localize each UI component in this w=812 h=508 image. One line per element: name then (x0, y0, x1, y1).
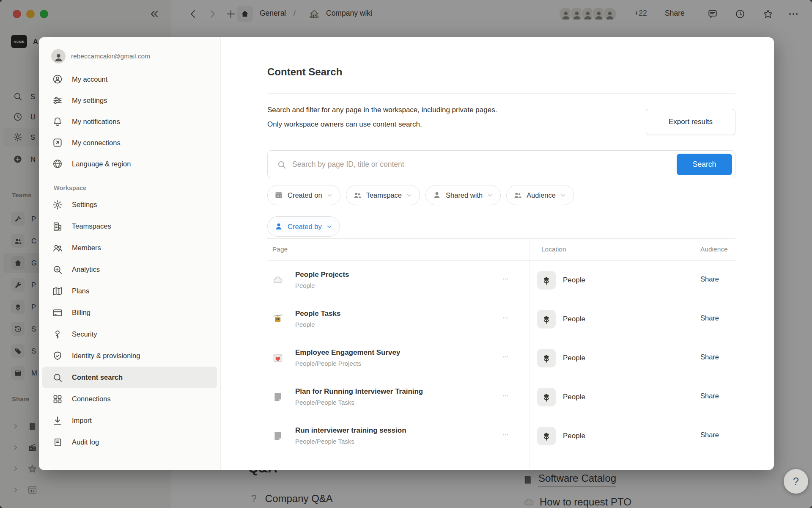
filter-chip-label: Shared with (446, 191, 483, 199)
export-results-button[interactable]: Export results (646, 109, 735, 135)
table-row[interactable]: Employee Engagement SurveyPeople/People … (267, 339, 735, 378)
settings-nav-my-connections[interactable]: My connections (42, 132, 217, 153)
settings-nav-identity-provisioning[interactable]: Identity & provisioning (42, 345, 217, 367)
search-bar: Search (267, 150, 735, 178)
row-more-icon[interactable] (498, 433, 513, 439)
filter-chip-created-on[interactable]: Created on (267, 185, 340, 205)
filter-chip-label: Teamspace (366, 191, 402, 199)
settings-nav-content-search[interactable]: Content search (42, 367, 217, 388)
teamspace-flower-badge (537, 388, 556, 406)
page-title: Run interviewer training session (295, 425, 490, 436)
search-input[interactable] (292, 151, 673, 177)
search-button[interactable]: Search (677, 154, 732, 175)
page-title: People Tasks (295, 308, 490, 319)
page-title: Employee Engagement Survey (295, 347, 490, 358)
settings-nav-plans[interactable]: Plans (42, 280, 217, 302)
settings-nav-my-account[interactable]: My account (42, 69, 217, 90)
audience-cell: Share (700, 275, 735, 283)
workspace-section-label: Workspace (54, 185, 220, 191)
location-label: People (563, 354, 585, 362)
settings-nav-label: Identity & provisioning (72, 352, 140, 360)
page-title: Content Search (267, 66, 735, 78)
bell-icon (52, 116, 63, 127)
flower-icon (541, 275, 552, 286)
settings-nav-analytics[interactable]: Analytics (42, 259, 217, 280)
user-avatar (51, 49, 66, 64)
settings-nav-label: My account (72, 75, 107, 83)
settings-nav-teamspaces[interactable]: Teamspaces (42, 215, 217, 237)
flower-icon (541, 314, 552, 325)
help-button[interactable]: ? (784, 469, 808, 494)
filter-chip-created-by[interactable]: Created by (267, 216, 340, 237)
teamspace-flower-badge (537, 310, 556, 329)
settings-nav-language-region[interactable]: Language & region (42, 153, 217, 174)
audience-cell: Share (700, 353, 735, 361)
settings-nav-members[interactable]: Members (42, 237, 217, 259)
map-icon (52, 286, 63, 297)
page-cell: Employee Engagement SurveyPeople/People … (295, 347, 490, 369)
filter-chip-audience[interactable]: Audience (506, 185, 574, 205)
key-icon (52, 329, 63, 340)
building-icon (52, 221, 63, 232)
settings-nav-label: Connections (72, 395, 111, 403)
settings-nav-label: Members (72, 244, 101, 252)
table-row[interactable]: Run interviewer training sessionPeople/P… (267, 417, 735, 456)
active-filter-row: Created by (267, 216, 735, 237)
settings-nav-my-settings[interactable]: My settings (42, 90, 217, 111)
users-fill-icon (513, 190, 522, 200)
settings-nav-audit-log[interactable]: Audit log (42, 431, 217, 453)
table-row[interactable]: Plan for Running Interviewer TrainingPeo… (267, 378, 735, 417)
settings-nav-connections[interactable]: Connections (42, 388, 217, 410)
content-search-panel: Content Search Search and filter for any… (267, 37, 735, 470)
teamspace-flower-badge (537, 271, 556, 290)
settings-nav-label: Settings (72, 201, 97, 209)
row-more-icon[interactable] (498, 394, 513, 400)
page-cell: People ProjectsPeople (295, 269, 490, 291)
workspace-menu: SettingsTeamspacesMembersAnalyticsPlansB… (39, 194, 220, 453)
settings-modal: rebeccamcakir@gmail.com My accountMy set… (39, 37, 774, 470)
shield-check-icon (52, 351, 63, 362)
scroll-icon (52, 437, 63, 448)
settings-nav-my-notifications[interactable]: My notifications (42, 111, 217, 132)
audience-cell: Share (700, 431, 735, 439)
location-cell: People (537, 427, 585, 445)
chevron-down-icon (326, 223, 333, 230)
filter-chip-label: Created by (288, 223, 322, 231)
account-row: rebeccamcakir@gmail.com (39, 44, 220, 69)
chevron-down-icon (326, 192, 333, 199)
search-icon (52, 372, 63, 383)
table-row[interactable]: People ProjectsPeoplePeopleShare (267, 261, 735, 300)
account-email: rebeccamcakir@gmail.com (71, 52, 150, 60)
table-header: Page Location Audience (267, 238, 735, 261)
settings-nav-import[interactable]: Import (42, 410, 217, 431)
location-label: People (563, 393, 585, 401)
settings-nav-security[interactable]: Security (42, 323, 217, 345)
gear-icon (52, 199, 63, 210)
settings-nav-settings[interactable]: Settings (42, 194, 217, 215)
table-row[interactable]: People TasksPeoplePeopleShare (267, 300, 735, 339)
teamspace-flower-badge (537, 427, 556, 445)
filter-chip-teamspace[interactable]: Teamspace (346, 185, 420, 205)
settings-nav-label: My connections (72, 139, 121, 147)
settings-nav-billing[interactable]: Billing (42, 302, 217, 323)
page-title: People Projects (295, 269, 490, 280)
grid-icon (52, 394, 63, 405)
download-icon (52, 415, 63, 426)
user-fill-icon (432, 190, 442, 200)
page-cell: Run interviewer training sessionPeople/P… (295, 425, 490, 447)
search-icon (277, 160, 287, 170)
globe-icon (52, 158, 63, 169)
account-menu: My accountMy settingsMy notificationsMy … (39, 69, 220, 174)
row-more-icon[interactable] (498, 316, 513, 322)
title-divider (267, 93, 735, 94)
flower-icon (541, 353, 552, 364)
page-path: People/People Tasks (295, 436, 490, 447)
audience-cell: Share (700, 392, 735, 400)
user-fill-icon (274, 222, 283, 231)
settings-nav-label: My settings (72, 97, 107, 105)
description-block: Search and filter for any page in the wo… (267, 103, 735, 132)
filter-chip-shared-with[interactable]: Shared with (425, 185, 501, 205)
page-icon (272, 314, 283, 325)
row-more-icon[interactable] (498, 355, 513, 361)
row-more-icon[interactable] (498, 277, 513, 283)
